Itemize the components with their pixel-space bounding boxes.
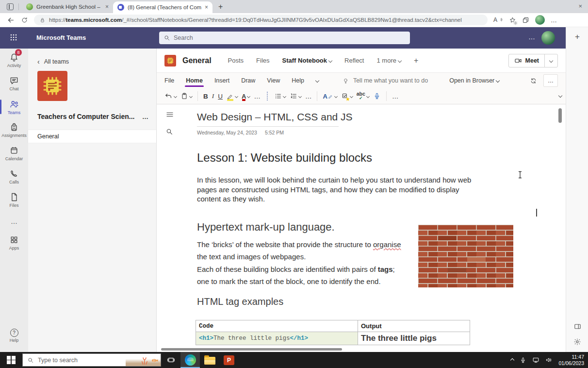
notebook-canvas[interactable]: Web Design – HTML, CSS and JS Wednesday,… [157,104,566,347]
sidebar-panel-icon[interactable] [573,322,582,331]
taskbar-clock[interactable]: 11:47 01/06/2023 [558,354,584,367]
undo-button[interactable] [163,90,179,102]
favorites-icon[interactable] [509,17,516,24]
rail-item-more[interactable]: … [0,212,28,231]
team-avatar[interactable] [37,71,67,101]
rail-item-assignments[interactable]: Assignments [0,118,28,142]
rail-item-chat[interactable]: Chat [0,72,28,95]
browser-tab-teams[interactable]: (8) General (Teachers of Comput... × [113,1,212,13]
tab-staff-notebook[interactable]: Staff Notebook [282,57,332,64]
team-name-row[interactable]: Teachers of Computer Scien... … [37,113,149,120]
examples-heading[interactable]: HTML tag examples [197,296,283,307]
paste-button[interactable] [179,90,194,102]
font-color-button[interactable]: A [240,90,252,102]
page-title[interactable]: Web Design – HTML, CSS and JS [197,111,353,123]
rail-item-teams[interactable]: Teams [0,95,28,118]
teams-profile-avatar[interactable] [541,31,555,45]
notebook-nav-icon[interactable] [165,110,174,119]
paragraph-more-button[interactable]: … [303,90,314,102]
menu-home[interactable]: Home [186,73,203,88]
vertical-scrollbar-thumb[interactable] [558,108,562,123]
taskbar-search-input[interactable] [38,357,156,364]
font-more-button[interactable]: … [252,90,262,102]
tell-me-button[interactable]: Tell me what you want to do [342,77,428,84]
highlighter-button[interactable] [225,90,240,102]
tab-layout-icon[interactable] [7,3,14,10]
menu-insert[interactable]: Insert [214,73,229,88]
meet-button[interactable]: Meet [509,57,544,65]
ribbon-overflow-chevron-icon[interactable] [315,79,319,83]
underline-button[interactable]: U [216,90,225,102]
col-header-output: Output [358,320,470,332]
notebook-search-icon[interactable] [165,128,173,135]
browser-menu-icon[interactable]: … [551,17,557,24]
sidebar-settings-icon[interactable] [573,338,581,346]
add-tab-button[interactable]: + [414,56,418,65]
numbered-list-button[interactable] [288,90,303,102]
waffle-icon[interactable] [9,33,18,42]
rail-item-activity[interactable]: 8 Activity [0,49,28,72]
tab-reflect[interactable]: Reflect [344,57,364,64]
tray-microphone-icon[interactable] [520,357,526,364]
toolbar-scroll-chevron-icon[interactable] [558,94,562,98]
bullet-list-button[interactable] [272,90,288,102]
menu-help[interactable]: Help [292,73,304,88]
browser-tab-greenbank[interactable]: Greenbank High School – Green... × [22,0,113,13]
powerpoint-icon: P [224,355,234,365]
todo-tag-button[interactable] [339,90,355,102]
rail-item-calls[interactable]: Calls [0,165,28,188]
styles-button[interactable]: A [321,90,339,102]
bold-button[interactable]: B [201,90,210,102]
menu-view[interactable]: View [267,73,280,88]
rail-item-files[interactable]: Files [0,188,28,212]
collections-icon[interactable] [522,17,529,24]
team-more-icon[interactable]: … [142,113,149,120]
hypertext-heading[interactable]: Hypertext mark-up language. [197,221,335,234]
hidden-icons-chevron[interactable] [510,358,514,362]
taskbar-powerpoint-button[interactable]: P [219,352,239,368]
toolbar-more-button[interactable]: … [390,90,401,102]
horizontal-scrollbar-thumb[interactable] [161,348,342,351]
tab-files[interactable]: Files [256,57,269,64]
refresh-icon[interactable] [21,17,28,24]
tray-volume-icon[interactable] [545,356,553,364]
teams-more-icon[interactable]: … [528,33,536,41]
dictate-button[interactable] [371,90,383,102]
tray-network-icon[interactable] [532,356,539,364]
tab-close-icon[interactable]: × [205,4,208,10]
menu-file[interactable]: File [164,73,174,88]
menu-draw[interactable]: Draw [241,73,255,88]
rail-item-calendar[interactable]: Calendar [0,142,28,165]
sidebar-add-button[interactable]: + [566,32,588,42]
italic-button[interactable]: I [210,90,216,102]
start-button[interactable] [0,352,22,368]
hypertext-body[interactable]: The ‘bricks’ of the website that provide… [197,238,401,287]
all-teams-back[interactable]: ‹ All teams [37,58,156,65]
tab-posts[interactable]: Posts [228,57,244,64]
lesson-heading[interactable]: Lesson 1: Website building blocks [197,151,372,165]
tab-1-more[interactable]: 1 more [376,57,401,64]
folder-icon [204,357,215,365]
tab-close-icon[interactable]: × [105,4,109,10]
browser-profile-avatar[interactable] [535,15,545,25]
sync-status-icon[interactable] [529,77,538,85]
teams-search-input[interactable] [174,34,406,41]
meet-dropdown-button[interactable] [545,59,557,62]
ribbon-more-button[interactable]: … [543,74,558,87]
read-aloud-icon[interactable]: A [493,17,503,23]
taskbar-search-box[interactable] [22,353,161,367]
rail-item-help[interactable]: ? Help [0,324,28,347]
spelling-button[interactable]: abc✓ [355,90,371,102]
taskbar-edge-button[interactable] [180,352,200,368]
task-view-button[interactable] [161,352,180,368]
address-bar[interactable]: https://teams.microsoft.com/_#/school/St… [34,15,488,25]
lesson-intro[interactable]: In this lesson, we will look behind the … [197,175,478,204]
back-icon[interactable] [7,16,15,24]
window-close-icon[interactable]: × [578,2,582,10]
teams-search-box[interactable] [159,32,410,44]
open-in-browser-button[interactable]: Open in Browser [449,77,499,84]
rail-item-apps[interactable]: Apps [0,231,28,254]
sidebar-item-general[interactable]: General [28,130,156,143]
taskbar-explorer-button[interactable] [200,352,219,368]
new-tab-button[interactable]: + [218,2,223,11]
